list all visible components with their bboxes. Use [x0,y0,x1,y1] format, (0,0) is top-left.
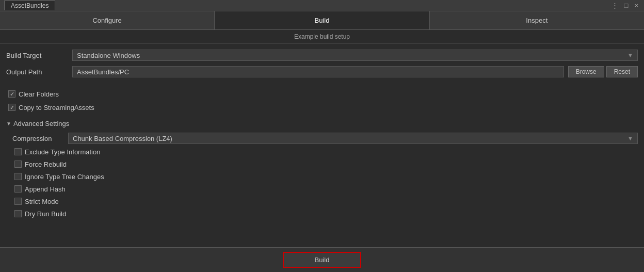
path-buttons: Browse Reset [568,66,638,77]
advanced-settings-header[interactable]: ▼ Advanced Settings [6,117,638,130]
output-path-value: AssetBundles/PC [77,68,129,76]
title-bar: AssetBundles ⋮ □ × [0,0,644,11]
compression-arrow: ▼ [627,135,633,141]
copy-to-streaming-assets-label: Copy to StreamingAssets [19,104,94,111]
compression-label: Compression [12,135,64,142]
window-tab[interactable]: AssetBundles [4,1,55,10]
append-hash-label: Append Hash [25,185,66,193]
force-rebuild-row: Force Rebuild [12,158,638,170]
main-window: AssetBundles ⋮ □ × Configure Build Inspe… [0,0,644,272]
title-bar-left: AssetBundles [4,1,55,10]
compression-value: Chunk Based Compression (LZ4) [73,135,172,142]
tab-build[interactable]: Build [215,11,429,29]
dry-run-build-checkbox[interactable] [14,210,22,217]
compression-row: Compression Chunk Based Compression (LZ4… [12,132,638,145]
force-rebuild-checkbox[interactable] [14,161,22,168]
build-target-value: Standalone Windows [77,52,140,59]
advanced-settings-label: Advanced Settings [13,120,69,127]
bottom-bar: Build [0,247,644,272]
build-button[interactable]: Build [283,252,362,268]
dry-run-build-row: Dry Run Build [12,208,638,219]
ignore-type-tree-changes-label: Ignore Type Tree Changes [25,173,104,181]
exclude-type-information-row: Exclude Type Information [12,146,638,157]
build-target-row: Build Target Standalone Windows ▼ [6,48,638,62]
subtitle: Example build setup [0,30,644,44]
ignore-type-tree-changes-checkbox[interactable] [14,173,22,180]
tabs-row: Configure Build Inspect [0,11,644,30]
exclude-type-information-checkbox[interactable] [14,148,22,155]
append-hash-row: Append Hash [12,183,638,195]
ignore-type-tree-changes-row: Ignore Type Tree Changes [12,171,638,182]
strict-mode-row: Strict Mode [12,196,638,207]
output-path-label: Output Path [6,68,68,76]
clear-folders-label: Clear Folders [19,90,59,98]
copy-to-streaming-assets-checkbox[interactable] [8,104,15,111]
maximize-btn[interactable]: □ [623,2,630,9]
copy-to-streaming-assets-row: Copy to StreamingAssets [6,102,638,113]
separator-1 [6,81,638,86]
build-target-dropdown[interactable]: Standalone Windows ▼ [72,50,638,61]
tab-inspect[interactable]: Inspect [430,11,644,29]
content-area: Build Target Standalone Windows ▼ Output… [0,44,644,247]
append-hash-checkbox[interactable] [14,185,22,193]
strict-mode-label: Strict Mode [25,198,59,205]
output-path-field[interactable]: AssetBundles/PC [72,66,564,77]
force-rebuild-label: Force Rebuild [25,161,67,168]
clear-folders-row: Clear Folders [6,88,638,100]
browse-button[interactable]: Browse [568,66,604,77]
output-path-row: Output Path AssetBundles/PC Browse Reset [6,65,638,79]
title-bar-controls: ⋮ □ × [610,2,640,9]
build-target-arrow: ▼ [627,52,633,58]
build-target-label: Build Target [6,52,68,59]
advanced-section: Compression Chunk Based Compression (LZ4… [6,132,638,219]
advanced-triangle-icon: ▼ [6,121,11,126]
exclude-type-information-label: Exclude Type Information [25,148,100,156]
clear-folders-checkbox[interactable] [8,90,15,98]
strict-mode-checkbox[interactable] [14,198,22,205]
dry-run-build-label: Dry Run Build [25,210,66,218]
more-options-btn[interactable]: ⋮ [610,2,620,9]
tab-configure[interactable]: Configure [0,11,215,29]
reset-button[interactable]: Reset [606,66,638,77]
compression-dropdown[interactable]: Chunk Based Compression (LZ4) ▼ [68,133,638,144]
close-btn[interactable]: × [633,2,640,9]
